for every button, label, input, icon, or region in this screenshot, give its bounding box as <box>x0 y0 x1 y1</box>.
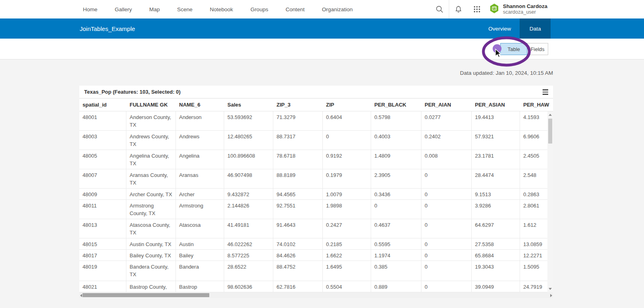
search-icon[interactable] <box>430 0 449 18</box>
table-cell: 48021 <box>79 281 126 292</box>
table-cell: 12.480265 <box>224 131 273 150</box>
table-row[interactable]: 48005Angelina County, TXAngelina100.8966… <box>79 150 547 169</box>
table-cell: 0 <box>421 219 472 238</box>
table-title: Texas_Pop (Features: 103, Selected: 0) <box>79 89 181 95</box>
table-cell: 48011 <box>79 200 126 219</box>
table-row[interactable]: 48009Archer County, TXArcher9.43287294.4… <box>79 189 547 200</box>
table-cell: Angelina <box>176 150 224 169</box>
table-cell: Anderson <box>176 111 224 130</box>
column-header[interactable]: ZIP_3 <box>273 102 323 108</box>
table-cell: 65.8684 <box>472 250 520 261</box>
column-header[interactable]: Sales <box>224 102 273 108</box>
tab-overview[interactable]: Overview <box>479 18 520 39</box>
tab-data[interactable]: Data <box>520 18 551 39</box>
nav-item-notebook[interactable]: Notebook <box>210 6 233 12</box>
column-header[interactable]: ZIP <box>323 102 371 108</box>
table-cell: 64.6297 <box>472 219 520 238</box>
column-header[interactable]: PER_ASIAN <box>472 102 520 108</box>
table-cell: 48009 <box>79 189 126 199</box>
table-cell: 91.4643 <box>273 219 323 238</box>
table-cell: 0.5798 <box>371 111 421 130</box>
horizontal-scrollbar[interactable] <box>79 292 553 298</box>
table-cell: Angelina County, TX <box>126 150 176 169</box>
page-title: JoinTables_Example <box>80 25 135 32</box>
table-cell: 2.8061 <box>520 200 547 219</box>
table-cell: 0 <box>421 200 472 219</box>
table-cell: Atascosa <box>176 219 224 238</box>
table-row[interactable]: 48019Bandera County, TXBandera28.652288.… <box>79 261 547 281</box>
column-header[interactable]: FULLNAME GK <box>126 102 176 108</box>
table-cell: 28.4474 <box>472 169 520 188</box>
table-row[interactable]: 48011Armstrong County, TXArmstrong2.1448… <box>79 200 547 219</box>
table-cell: 0.4003 <box>371 131 421 150</box>
table-cell: Archer County, TX <box>126 189 176 199</box>
primary-nav: Home Gallery Map Scene Notebook Groups C… <box>0 6 353 12</box>
table-cell: 48001 <box>79 111 126 130</box>
table-cell: 0.2402 <box>421 131 472 150</box>
nav-item-gallery[interactable]: Gallery <box>115 6 132 12</box>
nav-item-map[interactable]: Map <box>149 6 160 12</box>
nav-item-home[interactable]: Home <box>83 6 97 12</box>
table-cell: 88.8189 <box>273 169 323 188</box>
table-cell: 100.896608 <box>224 150 273 169</box>
table-row[interactable]: 48021Bastrop County, TXBastrop98.6026366… <box>79 281 547 292</box>
table-cell: 1.4809 <box>371 150 421 169</box>
table-cell: Bailey County, TX <box>126 250 176 261</box>
app-launcher-grid-icon[interactable] <box>468 0 486 18</box>
data-updated-status: Data updated: Jan 10, 2024, 10:15 AM <box>0 60 553 76</box>
table-cell: 23.1781 <box>472 150 520 169</box>
column-header[interactable]: spatial_id <box>79 102 126 108</box>
table-cell: 92.7551 <box>273 200 323 219</box>
table-cell: 1.9898 <box>323 200 371 219</box>
table-row[interactable]: 48013Atascosa County, TXAtascosa41.49181… <box>79 219 547 238</box>
table-cell: 0.2863 <box>520 189 547 199</box>
scroll-left-arrow-icon[interactable] <box>80 294 82 297</box>
table-row[interactable]: 48017Bailey County, TXBailey8.57722584.4… <box>79 250 547 261</box>
table-cell: 1.1974 <box>371 250 421 261</box>
column-header[interactable]: PER_HAW <box>520 102 553 108</box>
table-cell: 6.9606 <box>520 131 547 150</box>
table-cell: Armstrong <box>176 200 224 219</box>
table-cell: 41.49181 <box>224 219 273 238</box>
table-cell: 84.4626 <box>273 250 323 261</box>
nav-item-scene[interactable]: Scene <box>177 6 192 12</box>
user-menu[interactable]: Shannon Cardoza scardoza_user <box>489 3 547 15</box>
column-header[interactable]: PER_BLACK <box>371 102 421 108</box>
table-cell: Aransas <box>176 169 224 188</box>
banner-tabs: Overview Data <box>479 18 551 39</box>
table-options-menu-icon[interactable] <box>542 88 549 96</box>
nav-item-content[interactable]: Content <box>285 6 304 12</box>
table-cell: 0.2427 <box>323 219 371 238</box>
table-row[interactable]: 48001Anderson County, TXAnderson53.59369… <box>79 111 547 131</box>
horizontal-scrollbar-thumb[interactable] <box>83 293 209 297</box>
vertical-scrollbar-thumb[interactable] <box>548 119 552 144</box>
table-cell: Austin County, TX <box>126 238 176 249</box>
nav-item-organization[interactable]: Organization <box>322 6 353 12</box>
table-cell: 0.4637 <box>371 219 421 238</box>
column-header[interactable]: PER_AIAN <box>421 102 472 108</box>
table-cell: 48013 <box>79 219 126 238</box>
table-cell: 46.907498 <box>224 169 273 188</box>
table-cell: 57.9321 <box>472 131 520 150</box>
table-cell: 19.3043 <box>472 261 520 281</box>
table-row[interactable]: 48007Aransas County, TXAransas46.9074988… <box>79 169 547 189</box>
notifications-bell-icon[interactable] <box>449 0 468 18</box>
table-cell: 1.5095 <box>520 261 547 281</box>
table-toggle-button[interactable]: Table <box>500 43 527 55</box>
table-row[interactable]: 48015Austin County, TXAustin46.02226274.… <box>79 238 547 250</box>
scroll-up-arrow-icon[interactable] <box>549 114 552 116</box>
vertical-scrollbar[interactable] <box>547 111 553 292</box>
fields-toggle-button[interactable]: Fields <box>527 43 548 55</box>
table-row[interactable]: 48003Andrews County, TXAndrews12.4802658… <box>79 131 547 150</box>
table-cell: 1.6495 <box>323 261 371 281</box>
table-cell: 0 <box>421 189 472 199</box>
column-header[interactable]: NAME_6 <box>176 102 224 108</box>
table-cell: 0 <box>421 238 472 249</box>
scroll-down-arrow-icon[interactable] <box>549 288 552 290</box>
scroll-right-arrow-icon[interactable] <box>550 294 552 297</box>
nav-item-groups[interactable]: Groups <box>250 6 268 12</box>
table-cell: 74.0102 <box>273 238 323 249</box>
table-cell: 0.1979 <box>323 169 371 188</box>
table-cell: 62.7816 <box>273 281 323 292</box>
table-cell: 0.5595 <box>371 238 421 249</box>
